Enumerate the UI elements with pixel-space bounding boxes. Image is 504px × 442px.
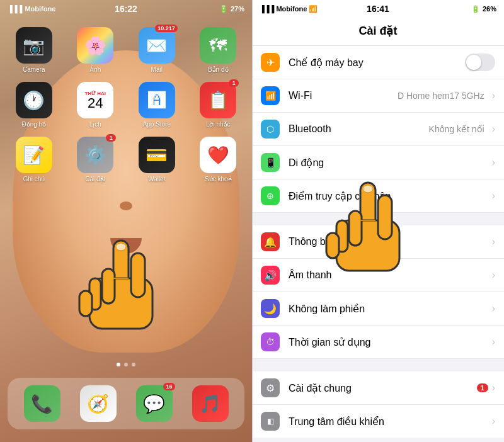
right-signal-icon: ▐▐▐: [260, 5, 274, 13]
settings-row-wifi[interactable]: 📶 Wi-Fi D Home hem17 5GHz ›: [252, 79, 504, 113]
app-settings[interactable]: ⚙️ 1 Cài đặt: [69, 137, 122, 183]
airplane-toggle[interactable]: [465, 54, 495, 71]
right-battery-area: 🔋 26%: [471, 5, 496, 13]
app-wallet[interactable]: 💳 Wallet: [130, 137, 183, 183]
settings-row-hotspot[interactable]: ⊕ Điểm truy cập cá nhân ›: [252, 179, 504, 212]
left-battery: 🔋 27%: [219, 5, 244, 13]
app-health[interactable]: ❤️ Sức khoẻ: [192, 137, 245, 183]
hotspot-title: Điểm truy cập cá nhân: [289, 190, 492, 202]
calendar-icon: THỨ HAI 24: [77, 82, 113, 118]
app-clock[interactable]: 🕐 Đồng hồ: [8, 82, 60, 128]
health-icon: ❤️: [200, 137, 236, 173]
hotspot-chevron: ›: [492, 190, 495, 201]
section-gap-1: [252, 213, 504, 225]
clock-icon: 🕐: [16, 82, 52, 118]
app-grid: 📷 Camera 🌸 Ảnh ✉️ 10.217 Mail 🗺 Bản đồ 🕐…: [0, 22, 252, 188]
airplane-icon: ✈: [261, 53, 280, 72]
focus-right: ›: [492, 303, 495, 314]
focus-chevron: ›: [492, 303, 495, 314]
screentime-chevron: ›: [492, 336, 495, 348]
notes-label: Ghi chú: [23, 176, 45, 183]
settings-row-screentime[interactable]: ⏱ Thời gian sử dụng ›: [252, 326, 504, 358]
controlcenter-right: ›: [492, 416, 495, 427]
settings-row-mobile[interactable]: 📱 Di động ›: [252, 146, 504, 179]
camera-label: Camera: [23, 66, 45, 73]
reminder-label: Lời nhắc: [206, 121, 231, 128]
sounds-title: Âm thanh: [289, 269, 492, 281]
app-calendar[interactable]: THỨ HAI 24 Lịch: [69, 82, 122, 128]
mail-badge: 10.217: [155, 25, 178, 32]
camera-icon: 📷: [16, 27, 52, 64]
right-carrier-area: ▐▐▐ Mobifone 📶: [260, 5, 318, 13]
settings-icon: ⚙️ 1: [77, 137, 113, 173]
wallet-label: Wallet: [148, 176, 165, 183]
hotspot-right: ›: [492, 190, 495, 201]
settings-badge: 1: [106, 134, 116, 142]
settings-row-sounds[interactable]: 🔊 Âm thanh ›: [252, 259, 504, 292]
notes-icon: 📝: [16, 137, 52, 173]
wallet-icon: 💳: [139, 137, 175, 173]
notifications-chevron: ›: [492, 236, 495, 247]
general-icon: ⚙: [261, 378, 280, 397]
sounds-chevron: ›: [492, 269, 495, 281]
dock-music[interactable]: 🎵: [192, 385, 229, 422]
dock: 📞 🧭 💬 16 🎵: [8, 378, 244, 429]
reminder-icon: 📋 1: [200, 82, 236, 118]
dock-safari[interactable]: 🧭: [80, 385, 117, 422]
settings-title: Cài đặt: [252, 24, 504, 38]
toggle-knob: [466, 55, 481, 70]
left-status-bar: ▐▐▐ Mobifone 16:22 🔋 27%: [0, 0, 252, 18]
dot-1: [117, 363, 120, 366]
general-title: Cài đặt chung: [289, 382, 477, 394]
settings-row-airplane[interactable]: ✈ Chế độ máy bay: [252, 46, 504, 79]
screentime-right: ›: [492, 336, 495, 348]
dock-messages[interactable]: 💬 16: [136, 385, 173, 422]
settings-row-bluetooth[interactable]: ⬡ Bluetooth Không kết nối ›: [252, 113, 504, 146]
controlcenter-title: Trung tâm điều khiển: [289, 416, 492, 428]
calendar-date: 24: [88, 96, 103, 110]
app-mail[interactable]: ✉️ 10.217 Mail: [130, 27, 183, 73]
general-right: 1 ›: [477, 382, 495, 394]
controlcenter-icon: ◧: [261, 412, 280, 431]
right-carrier: Mobifone: [276, 5, 307, 13]
calendar-label: Lịch: [89, 121, 101, 128]
left-carrier: ▐▐▐ Mobifone: [8, 5, 55, 13]
wifi-value: D Home hem17 5GHz: [398, 91, 484, 101]
mobile-right: ›: [492, 157, 495, 168]
mail-icon: ✉️ 10.217: [139, 27, 175, 64]
settings-label: Cài đặt: [85, 176, 105, 183]
app-photos[interactable]: 🌸 Ảnh: [69, 27, 122, 73]
right-status-bar: ▐▐▐ Mobifone 📶 16:41 🔋 26%: [252, 0, 504, 18]
section-gap-2: [252, 359, 504, 371]
general-badge: 1: [477, 383, 488, 392]
settings-row-notifications[interactable]: 🔔 Thông báo ›: [252, 225, 504, 259]
health-label: Sức khoẻ: [205, 176, 232, 183]
sounds-icon: 🔊: [261, 266, 280, 285]
app-notes[interactable]: 📝 Ghi chú: [8, 137, 60, 183]
focus-icon: 🌙: [261, 299, 280, 318]
dock-phone[interactable]: 📞: [24, 385, 60, 422]
app-camera[interactable]: 📷 Camera: [8, 27, 60, 73]
reminder-badge: 1: [229, 79, 239, 87]
bluetooth-right: Không kết nối ›: [429, 123, 495, 135]
right-battery: 26%: [483, 5, 496, 13]
app-maps[interactable]: 🗺 Bản đồ: [192, 27, 245, 73]
focus-title: Không làm phiền: [289, 303, 492, 315]
app-appstore[interactable]: 🅰 App Store: [130, 82, 183, 128]
wifi-title: Wi-Fi: [289, 90, 398, 101]
mobile-icon: 📱: [261, 153, 280, 172]
settings-row-focus[interactable]: 🌙 Không làm phiền ›: [252, 292, 504, 326]
mobile-title: Di động: [289, 157, 492, 169]
bluetooth-title: Bluetooth: [289, 123, 429, 135]
settings-row-controlcenter[interactable]: ◧ Trung tâm điều khiển ›: [252, 405, 504, 438]
app-reminder[interactable]: 📋 1 Lời nhắc: [192, 82, 245, 128]
bluetooth-icon: ⬡: [261, 120, 280, 139]
dot-3: [132, 363, 135, 366]
right-wifi-icon: 📶: [309, 5, 318, 13]
settings-section-2: 🔔 Thông báo › 🔊 Âm thanh › �: [252, 225, 504, 359]
left-phone: ▐▐▐ Mobifone 16:22 🔋 27% 📷 Camera 🌸 Ảnh …: [0, 0, 252, 442]
settings-row-general[interactable]: ⚙ Cài đặt chung 1 ›: [252, 371, 504, 405]
right-phone: ▐▐▐ Mobifone 📶 16:41 🔋 26% Cài đặt ✈ Chế…: [252, 0, 504, 442]
left-time: 16:22: [115, 4, 137, 14]
photos-label: Ảnh: [89, 66, 101, 73]
